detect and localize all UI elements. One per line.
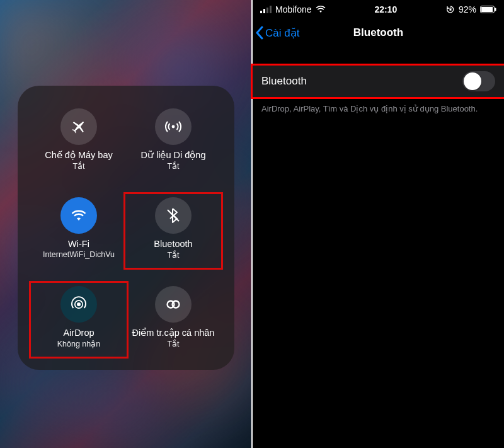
cellular-icon	[155, 108, 192, 145]
connectivity-panel: Chế độ Máy bayTắtDữ liệu Di độngTắtWi-Fi…	[18, 86, 234, 370]
settings-bluetooth-screen: Mobifone 22:10 92% Cài đặt Bluetooth Blu	[251, 0, 504, 448]
hotspot-subtitle: Tắt	[167, 339, 179, 348]
signal-icon	[260, 6, 272, 13]
chevron-left-icon	[255, 26, 264, 40]
svg-rect-10	[449, 9, 451, 11]
airdrop-subtitle: Không nhận	[57, 339, 100, 348]
svg-point-0	[172, 125, 175, 129]
clock-label: 22:10	[374, 4, 397, 14]
toggle-knob	[464, 72, 481, 90]
svg-rect-8	[266, 8, 268, 13]
nav-bar: Cài đặt Bluetooth	[253, 19, 504, 47]
bluetooth-tile[interactable]: BluetoothTắt	[126, 193, 220, 265]
wifi-title: Wi-Fi	[68, 239, 89, 249]
wifi-icon	[316, 6, 326, 13]
control-center-screen: Chế độ Máy bayTắtDữ liệu Di độngTắtWi-Fi…	[0, 0, 251, 448]
status-bar: Mobifone 22:10 92%	[253, 0, 504, 19]
svg-point-5	[173, 301, 180, 308]
back-button[interactable]: Cài đặt	[253, 26, 303, 40]
airdrop-tile[interactable]: AirDropKhông nhận	[32, 282, 126, 353]
airplane-subtitle: Tắt	[72, 161, 84, 171]
hotspot-icon	[155, 286, 192, 323]
svg-rect-7	[263, 9, 265, 13]
bluetooth-label: Bluetooth	[261, 75, 307, 88]
svg-rect-12	[481, 7, 493, 12]
airplane-tile[interactable]: Chế độ Máy bayTắt	[32, 105, 126, 176]
wifi-subtitle: InternetWiFi_DichVu	[43, 250, 115, 259]
cellular-tile[interactable]: Dữ liệu Di độngTắt	[126, 105, 220, 176]
wifi-tile[interactable]: Wi-FiInternetWiFi_DichVu	[32, 193, 126, 265]
airplane-icon	[60, 108, 97, 145]
bluetooth-off-icon	[155, 197, 192, 234]
svg-rect-13	[495, 8, 496, 11]
hotspot-tile[interactable]: Điểm tr.cập cá nhânTắt	[126, 282, 220, 353]
svg-point-2	[77, 302, 81, 306]
svg-rect-6	[260, 11, 262, 13]
carrier-label: Mobifone	[275, 4, 312, 14]
bluetooth-subtitle: Tắt	[167, 250, 179, 260]
cellular-subtitle: Tắt	[167, 161, 179, 171]
orientation-lock-icon	[446, 5, 455, 14]
bluetooth-toggle[interactable]	[462, 71, 495, 91]
airplane-title: Chế độ Máy bay	[45, 150, 112, 160]
battery-pct-label: 92%	[459, 4, 476, 14]
wifi-icon	[60, 197, 97, 234]
svg-rect-9	[270, 6, 272, 13]
bluetooth-footer-text: AirDrop, AirPlay, Tìm và Dịch vụ định vị…	[253, 97, 504, 121]
bluetooth-row: Bluetooth	[253, 66, 504, 97]
airdrop-title: AirDrop	[63, 328, 94, 338]
back-label: Cài đặt	[265, 26, 299, 40]
bluetooth-title: Bluetooth	[154, 239, 192, 249]
cellular-title: Dữ liệu Di động	[141, 150, 206, 160]
hotspot-title: Điểm tr.cập cá nhân	[132, 328, 215, 338]
battery-icon	[480, 6, 496, 13]
airdrop-icon	[60, 286, 97, 323]
